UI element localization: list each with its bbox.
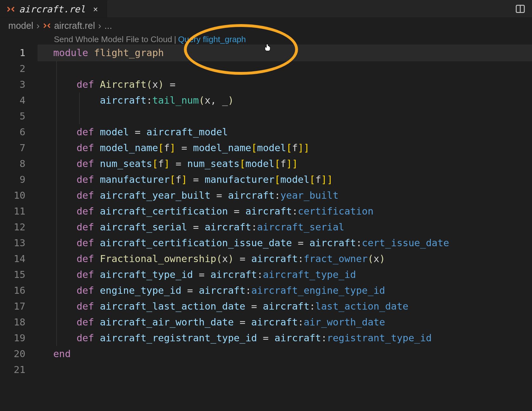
rel-file-icon xyxy=(43,22,51,30)
code-token xyxy=(94,332,100,344)
breadcrumb-ellipsis[interactable]: ... xyxy=(104,21,112,31)
code-token: = xyxy=(181,285,199,296)
code-line[interactable]: end xyxy=(38,346,532,362)
line-number: 9 xyxy=(0,172,25,188)
breadcrumb-item[interactable]: aircraft.rel xyxy=(54,21,95,31)
code-token: def xyxy=(76,285,94,296)
code-line[interactable]: def aircraft_year_built = aircraft:year_… xyxy=(38,188,532,203)
codelens-send-model[interactable]: Send Whole Model File to Cloud xyxy=(54,35,172,44)
code-token: ] xyxy=(298,142,303,153)
line-number: 15 xyxy=(0,267,25,283)
code-token xyxy=(94,253,100,264)
line-number: 8 xyxy=(0,156,25,172)
code-token: x xyxy=(222,253,228,264)
code-token: ] xyxy=(170,142,175,153)
code-line[interactable] xyxy=(38,362,532,378)
breadcrumbs[interactable]: model › aircraft.rel › ... xyxy=(0,18,532,34)
indent-guide xyxy=(56,267,57,283)
codelens-separator: | xyxy=(174,35,176,44)
indent-guide xyxy=(56,251,57,267)
code-line[interactable] xyxy=(38,108,532,124)
code-token: : xyxy=(298,317,303,328)
code-line[interactable]: def aircraft_registrant_type_id = aircra… xyxy=(38,330,532,346)
indent-guide xyxy=(56,299,57,314)
line-number: 14 xyxy=(0,251,25,267)
line-number: 4 xyxy=(0,93,25,108)
indent-guide xyxy=(56,188,57,203)
code-token: = xyxy=(170,158,187,169)
code-token: = xyxy=(257,332,275,344)
code-token: def xyxy=(76,269,94,280)
code-token: def xyxy=(76,317,94,328)
code-line[interactable]: def model_name[f] = model_name[model[f]] xyxy=(38,140,532,156)
editor-tabs-bar: aircraft.rel × xyxy=(0,0,532,18)
code-token: aircraft_last_action_date xyxy=(100,301,245,312)
code-token: fract_owner xyxy=(304,253,368,264)
code-token xyxy=(94,79,100,90)
indent-guide xyxy=(56,77,57,93)
tab-label: aircraft.rel xyxy=(19,4,86,15)
tab-close-button[interactable]: × xyxy=(91,4,100,15)
indent-guide xyxy=(56,140,57,156)
line-number: 6 xyxy=(0,124,25,140)
code-line[interactable]: def aircraft_air_worth_date = aircraft:a… xyxy=(38,314,532,330)
code-token: aircraft_certification xyxy=(100,206,228,217)
code-line[interactable]: def aircraft_last_action_date = aircraft… xyxy=(38,299,532,314)
code-token: f xyxy=(292,142,298,153)
code-line[interactable]: def num_seats[f] = num_seats[model[f]] xyxy=(38,156,532,172)
indent-guide xyxy=(56,61,57,77)
code-token xyxy=(94,190,100,201)
code-token: = xyxy=(187,174,204,185)
line-number: 2 xyxy=(0,61,25,77)
code-editor[interactable]: 123456789101112131415161718192021 module… xyxy=(0,45,532,378)
chevron-right-icon: › xyxy=(36,21,40,31)
line-number: 20 xyxy=(0,346,25,362)
code-token: : xyxy=(257,269,263,280)
indent-guide xyxy=(56,172,57,188)
code-token: x xyxy=(373,253,379,264)
code-token: aircraft_certification_issue_date xyxy=(100,237,292,248)
code-token: aircraft xyxy=(204,222,251,233)
code-line[interactable]: def model = aircraft_model xyxy=(38,124,532,140)
code-token: manufacturer xyxy=(205,174,275,185)
code-token: aircraft xyxy=(211,269,257,280)
code-token: registrant_type_id xyxy=(327,332,432,344)
editor-tab-aircraft[interactable]: aircraft.rel × xyxy=(0,0,108,17)
code-token: def xyxy=(76,206,94,217)
code-token: def xyxy=(76,158,94,169)
code-token xyxy=(94,206,100,217)
code-line[interactable]: def manufacturer[f] = manufacturer[model… xyxy=(38,172,532,188)
code-line[interactable]: def engine_type_id = aircraft:aircraft_e… xyxy=(38,283,532,299)
code-token: num_seats xyxy=(187,158,239,169)
code-token: : xyxy=(298,253,303,264)
code-line[interactable] xyxy=(38,61,532,77)
line-number: 21 xyxy=(0,362,25,378)
rel-file-icon xyxy=(6,5,15,14)
code-token: aircraft xyxy=(275,332,321,344)
code-token: ) xyxy=(228,95,234,106)
code-token: x xyxy=(152,79,158,90)
indent-guide xyxy=(56,219,57,235)
code-line[interactable]: def aircraft_serial = aircraft:aircraft_… xyxy=(38,219,532,235)
line-number: 18 xyxy=(0,314,25,330)
code-token: aircraft xyxy=(263,301,309,312)
code-line[interactable]: def aircraft_type_id = aircraft:aircraft… xyxy=(38,267,532,283)
code-content[interactable]: module flight_graph def Aircraft(x) = ai… xyxy=(38,45,532,378)
code-token: ( xyxy=(199,95,204,106)
code-token: = xyxy=(176,142,193,153)
code-token: aircraft_type_id xyxy=(263,269,356,280)
code-token: ] xyxy=(164,158,170,169)
code-line[interactable]: def aircraft_certification = aircraft:ce… xyxy=(38,203,532,219)
code-token xyxy=(94,222,100,233)
code-line[interactable]: def Fractional_ownership(x) = aircraft:f… xyxy=(38,251,532,267)
code-line[interactable]: module flight_graph xyxy=(38,45,532,61)
breadcrumb-item[interactable]: model xyxy=(8,21,33,31)
code-line[interactable]: def aircraft_certification_issue_date = … xyxy=(38,235,532,251)
code-token: : xyxy=(292,206,298,217)
code-token: manufacturer xyxy=(100,174,170,185)
codelens-query-flight-graph[interactable]: Query flight_graph xyxy=(178,35,246,44)
code-line[interactable]: aircraft:tail_num(x, _) xyxy=(38,93,532,108)
split-editor-icon[interactable] xyxy=(515,3,526,14)
code-token: aircraft_model xyxy=(146,126,228,138)
code-line[interactable]: def Aircraft(x) = xyxy=(38,77,532,93)
